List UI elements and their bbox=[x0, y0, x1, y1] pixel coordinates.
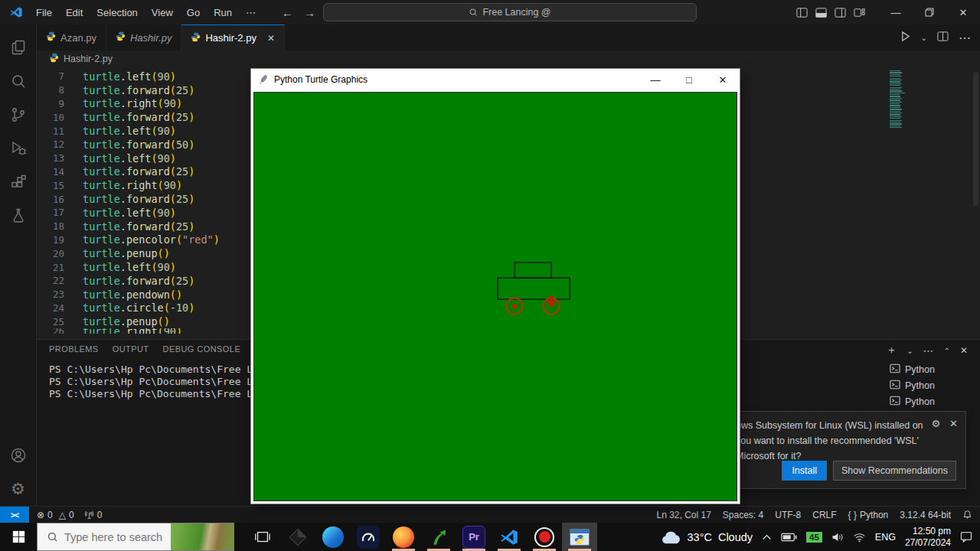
panel-tab-output[interactable]: OUTPUT bbox=[113, 344, 149, 357]
extensions-icon[interactable] bbox=[0, 165, 37, 199]
search-input[interactable] bbox=[64, 531, 164, 543]
encoding[interactable]: UTF-8 bbox=[775, 510, 801, 520]
python-turtle-app[interactable] bbox=[562, 523, 597, 551]
tab-azan.py[interactable]: Azan.py bbox=[37, 24, 106, 51]
command-center-search[interactable]: Free Lancing @ bbox=[323, 3, 697, 21]
toggle-sidebar-icon[interactable] bbox=[796, 7, 808, 18]
ports-status[interactable]: 0 bbox=[84, 510, 103, 520]
testing-icon[interactable] bbox=[0, 199, 37, 233]
search-box-daily-image[interactable] bbox=[171, 523, 234, 551]
clock[interactable]: 12:50 pm 27/07/2024 bbox=[905, 526, 951, 549]
panel-tab-debug-console[interactable]: DEBUG CONSOLE bbox=[163, 344, 241, 357]
windows-taskbar: Pr 33°C Cloudy 45 ENG bbox=[0, 523, 980, 551]
forward-arrow-icon[interactable]: → bbox=[304, 6, 315, 19]
toggle-secondary-sidebar-icon[interactable] bbox=[835, 7, 846, 18]
terminal-dropdown-icon[interactable]: ⌄ bbox=[906, 347, 913, 355]
tab-hashir.py[interactable]: Hashir.py bbox=[106, 24, 181, 51]
new-terminal-icon[interactable]: ＋ bbox=[886, 344, 897, 357]
terminal-instance-python[interactable]: Python bbox=[890, 393, 969, 409]
close-button[interactable]: ✕ bbox=[946, 0, 980, 24]
error-icon: ⊗ bbox=[37, 510, 44, 520]
menu-go[interactable]: Go bbox=[180, 4, 207, 21]
turtle-minimize-button[interactable]: — bbox=[639, 69, 672, 90]
status-bar: >< ⊗0 △0 0 Ln 32, Col 17 Spaces: 4 UTF-8… bbox=[0, 506, 980, 523]
inkscape-app[interactable] bbox=[280, 523, 315, 551]
menu-view[interactable]: View bbox=[145, 4, 180, 21]
source-control-icon[interactable] bbox=[0, 98, 37, 132]
menu-edit[interactable]: Edit bbox=[59, 4, 90, 21]
volume-icon[interactable] bbox=[831, 532, 844, 543]
account-icon[interactable] bbox=[0, 439, 37, 472]
maximize-panel-icon[interactable]: ⌃ bbox=[944, 347, 950, 355]
cursor-position[interactable]: Ln 32, Col 17 bbox=[656, 510, 710, 520]
action-center-icon[interactable] bbox=[960, 531, 972, 543]
inkscape-icon bbox=[288, 527, 308, 547]
premiere-app[interactable]: Pr bbox=[456, 523, 492, 551]
back-arrow-icon[interactable]: ← bbox=[282, 6, 293, 19]
more-actions-icon[interactable]: ⋯ bbox=[959, 31, 971, 45]
editor-scrollbar[interactable] bbox=[973, 72, 978, 206]
menu-selection[interactable]: Selection bbox=[90, 4, 144, 21]
start-button[interactable] bbox=[0, 523, 37, 551]
language-mode[interactable]: { }Python bbox=[848, 510, 889, 520]
terminal-instance-python[interactable]: Python bbox=[890, 377, 969, 393]
turtle-window-titlebar[interactable]: Python Turtle Graphics — □ ✕ bbox=[251, 69, 740, 90]
wifi-icon[interactable] bbox=[853, 532, 866, 543]
turtle-car-drawing bbox=[254, 93, 737, 500]
show-recommendations-button[interactable]: Show Recommendations bbox=[833, 461, 956, 481]
minimap-line bbox=[890, 94, 900, 95]
toggle-panel-icon[interactable] bbox=[815, 7, 827, 18]
breadcrumb[interactable]: Hashir-2.py bbox=[37, 51, 980, 67]
terminal-instance-python[interactable]: Python bbox=[890, 361, 969, 377]
run-debug-icon[interactable] bbox=[0, 132, 37, 165]
menu-file[interactable]: File bbox=[29, 4, 59, 21]
minimap-line bbox=[890, 99, 900, 100]
explorer-icon[interactable] bbox=[0, 31, 37, 64]
settings-gear-icon[interactable]: ⚙ bbox=[0, 472, 37, 506]
activity-bar: ⚙ bbox=[0, 24, 37, 506]
python-version[interactable]: 3.12.4 64-bit bbox=[900, 510, 951, 520]
input-language[interactable]: ENG bbox=[875, 532, 896, 543]
firefox-app[interactable] bbox=[386, 523, 421, 551]
idm-app[interactable] bbox=[421, 523, 456, 551]
close-panel-icon[interactable]: ✕ bbox=[960, 345, 968, 356]
turtle-maximize-button[interactable]: □ bbox=[672, 69, 706, 90]
notification-settings-gear-icon[interactable]: ⚙ bbox=[931, 418, 940, 429]
restore-button[interactable] bbox=[913, 0, 946, 24]
weather-widget[interactable]: 33°C Cloudy bbox=[660, 530, 753, 544]
tab-hashir-2.py[interactable]: Hashir-2.py✕ bbox=[181, 24, 285, 51]
minimap-line bbox=[890, 116, 902, 117]
panel-tab-problems[interactable]: PROBLEMS bbox=[49, 344, 99, 357]
terminal-icon bbox=[890, 380, 900, 392]
search-sidebar-icon[interactable] bbox=[0, 64, 37, 98]
menu-[interactable]: ⋯ bbox=[239, 4, 263, 21]
tray-chevron-up-icon[interactable] bbox=[762, 533, 772, 541]
task-view-button[interactable] bbox=[245, 523, 280, 551]
remote-indicator[interactable]: >< bbox=[0, 507, 29, 523]
customize-layout-icon[interactable] bbox=[854, 7, 865, 18]
problems-status[interactable]: ⊗0 △0 bbox=[37, 510, 74, 520]
turtle-close-button[interactable]: ✕ bbox=[706, 69, 740, 90]
run-dropdown-icon[interactable]: ⌄ bbox=[921, 34, 927, 42]
notifications-bell-icon[interactable] bbox=[962, 510, 972, 520]
install-button[interactable]: Install bbox=[782, 461, 827, 481]
indentation[interactable]: Spaces: 4 bbox=[723, 510, 763, 520]
tab-close-icon[interactable]: ✕ bbox=[267, 33, 275, 44]
speedtest-app[interactable] bbox=[351, 523, 386, 551]
battery-percent-badge[interactable]: 45 bbox=[806, 532, 822, 543]
menu-run[interactable]: Run bbox=[207, 4, 239, 21]
split-editor-icon[interactable] bbox=[937, 31, 949, 45]
temperature: 33°C bbox=[688, 531, 712, 543]
turtle-graphics-window[interactable]: Python Turtle Graphics — □ ✕ bbox=[251, 69, 740, 504]
vscode-app[interactable] bbox=[492, 523, 527, 551]
taskbar-search[interactable] bbox=[37, 523, 234, 551]
battery-icon[interactable] bbox=[781, 533, 797, 542]
minimap[interactable] bbox=[890, 67, 910, 129]
run-python-button[interactable] bbox=[900, 31, 911, 45]
panel-more-icon[interactable]: ⋯ bbox=[923, 344, 934, 357]
notification-close-icon[interactable]: ✕ bbox=[949, 418, 958, 429]
eol-sequence[interactable]: CRLF bbox=[812, 510, 836, 520]
recorder-app[interactable] bbox=[527, 523, 562, 551]
minimize-button[interactable]: — bbox=[879, 0, 913, 24]
edge-app[interactable] bbox=[315, 523, 351, 551]
